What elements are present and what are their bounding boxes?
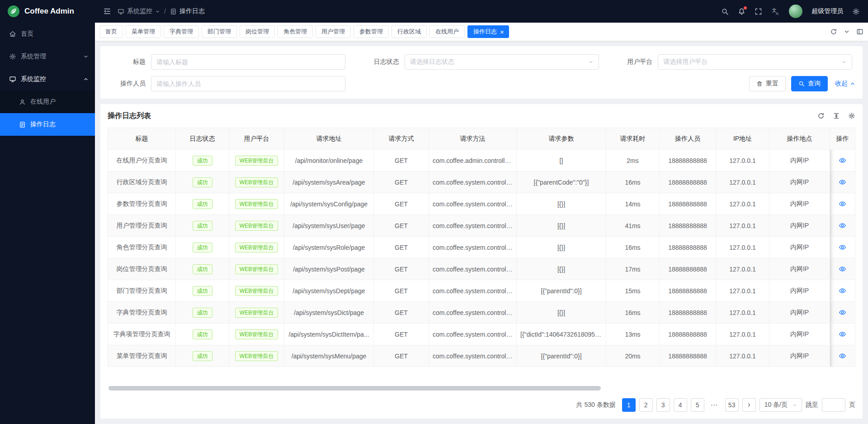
sidebar-item-label: 系统管理 [21, 52, 46, 61]
translate-icon[interactable] [771, 7, 780, 16]
view-detail-eye-icon[interactable] [839, 287, 846, 295]
sidebar-item-online-users[interactable]: 在线用户 [0, 91, 95, 113]
cell-handler: com.coffee.system.controlle... [429, 324, 517, 345]
gear-icon [9, 53, 16, 60]
collapse-sidebar-icon[interactable] [103, 7, 111, 15]
user-name[interactable]: 超级管理员 [811, 7, 843, 15]
notifications-button[interactable] [738, 8, 745, 15]
refresh-icon[interactable] [817, 112, 825, 119]
view-detail-eye-icon[interactable] [839, 243, 846, 251]
cell-platform: WEB管理后台 [229, 324, 284, 345]
cell-location: 内网IP [769, 215, 830, 237]
query-button-label: 查询 [808, 80, 821, 88]
cell-title: 角色管理分页查询 [108, 237, 176, 258]
tab-label: 部门管理 [208, 28, 231, 36]
page-button[interactable]: 1 [622, 398, 636, 412]
page-size-select[interactable]: 10 条/页 [760, 398, 802, 412]
cell-handler: com.coffee.system.controlle... [429, 172, 517, 193]
layout-icon[interactable] [856, 28, 863, 35]
breadcrumb-section[interactable]: 系统监控 [127, 7, 152, 15]
cell-operator: 18888888888 [660, 193, 716, 215]
cell-operator: 18888888888 [660, 215, 716, 237]
sidebar-item-label: 在线用户 [30, 98, 56, 106]
reset-button[interactable]: 重置 [749, 76, 786, 91]
view-detail-eye-icon[interactable] [839, 178, 846, 186]
density-icon[interactable] [833, 112, 840, 119]
tab-item[interactable]: 字典管理 [164, 25, 199, 38]
view-detail-eye-icon[interactable] [839, 200, 846, 208]
view-detail-eye-icon[interactable] [839, 222, 846, 229]
chevron-up-icon [850, 81, 855, 86]
platform-tag: WEB管理后台 [235, 243, 278, 252]
refresh-icon[interactable] [830, 28, 837, 35]
cell-params: [{"dictId":140647326180950... [517, 324, 606, 345]
sidebar-item-home[interactable]: 首页 [0, 23, 95, 45]
tab-item[interactable]: 部门管理 [202, 25, 237, 38]
view-detail-eye-icon[interactable] [839, 157, 846, 164]
page-button[interactable]: 4 [674, 398, 687, 412]
status-tag: 成功 [193, 264, 212, 274]
cell-handler: com.coffee.system.controlle... [429, 237, 517, 258]
page-button[interactable]: 5 [691, 398, 704, 412]
fullscreen-icon[interactable] [755, 8, 762, 15]
settings-gear-icon[interactable] [852, 8, 860, 15]
column-header: 标题 [108, 128, 176, 150]
sidebar-item-system-management[interactable]: 系统管理 [0, 45, 95, 68]
sidebar-item-system-monitor[interactable]: 系统监控 [0, 68, 95, 91]
query-button[interactable]: 查询 [791, 76, 828, 91]
status-select[interactable]: 请选择日志状态 [405, 54, 599, 70]
tab-item[interactable]: 菜单管理 [126, 25, 161, 38]
table-row: 字典项管理分页查询成功WEB管理后台/api/system/sysDictIte… [108, 324, 855, 345]
column-settings-gear-icon[interactable] [848, 112, 855, 119]
cell-actions [830, 237, 855, 258]
tab-label: 字典管理 [170, 28, 193, 36]
cell-handler: com.coffee.system.controlle... [429, 345, 517, 367]
collapse-filter-link[interactable]: 收起 [835, 80, 855, 88]
cell-actions [830, 280, 855, 302]
operator-input[interactable] [151, 76, 345, 91]
cell-duration: 16ms [606, 302, 660, 324]
cell-location: 内网IP [769, 237, 830, 258]
page-button[interactable]: 2 [639, 398, 653, 412]
cell-title: 字典项管理分页查询 [108, 324, 176, 345]
platform-select[interactable]: 请选择用户平台 [658, 54, 852, 70]
filter-field-title: 标题 [108, 54, 349, 70]
cell-method: GET [374, 280, 429, 302]
view-detail-eye-icon[interactable] [839, 352, 846, 360]
sidebar-item-label: 系统监控 [21, 75, 46, 83]
view-detail-eye-icon[interactable] [839, 330, 846, 338]
cell-operator: 18888888888 [660, 345, 716, 367]
tab-item[interactable]: 角色管理 [278, 25, 313, 38]
search-icon[interactable] [721, 8, 729, 15]
page-button[interactable]: 53 [725, 398, 739, 412]
tab-item[interactable]: 用户管理 [316, 25, 351, 38]
tab-item[interactable]: 在线用户 [429, 25, 465, 38]
tab-item[interactable]: 首页 [99, 25, 123, 38]
tab-label: 角色管理 [283, 28, 307, 36]
view-detail-eye-icon[interactable] [839, 309, 846, 316]
user-avatar[interactable] [789, 5, 802, 18]
chevron-down-icon[interactable] [844, 29, 850, 35]
tab-item[interactable]: 行政区域 [392, 25, 427, 38]
cell-method: GET [374, 237, 429, 258]
cell-ip: 127.0.0.1 [716, 215, 769, 237]
view-detail-eye-icon[interactable] [839, 265, 846, 273]
status-tag: 成功 [193, 308, 212, 318]
cell-operator: 18888888888 [660, 150, 716, 172]
chevron-right-icon [746, 402, 752, 408]
cell-handler: com.coffee.system.controlle... [429, 258, 517, 280]
horizontal-scrollbar-thumb[interactable] [108, 386, 601, 391]
tab-item[interactable]: 操作日志× [467, 25, 509, 38]
tab-item[interactable]: 参数管理 [354, 25, 389, 38]
status-tag: 成功 [193, 177, 212, 187]
cell-actions [830, 345, 855, 367]
page-button[interactable]: 3 [656, 398, 670, 412]
sidebar-item-operation-log[interactable]: 操作日志 [0, 113, 95, 136]
cell-duration: 13ms [606, 324, 660, 345]
next-page-button[interactable] [742, 398, 756, 412]
tab-close-icon[interactable]: × [500, 29, 504, 35]
title-input[interactable] [151, 54, 345, 70]
table-row: 参数管理分页查询成功WEB管理后台/api/system/sysConfig/p… [108, 193, 855, 215]
jump-page-input[interactable] [822, 398, 845, 412]
tab-item[interactable]: 岗位管理 [240, 25, 275, 38]
